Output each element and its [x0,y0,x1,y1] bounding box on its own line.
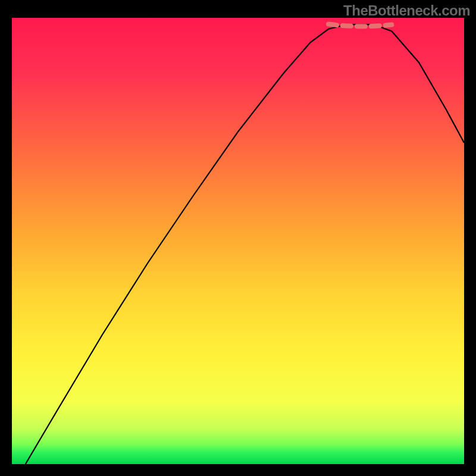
bottleneck-chart [0,0,476,476]
chart-stage: TheBottleneck.com [0,0,476,476]
plot-background [12,18,464,464]
watermark-text: TheBottleneck.com [343,2,470,19]
